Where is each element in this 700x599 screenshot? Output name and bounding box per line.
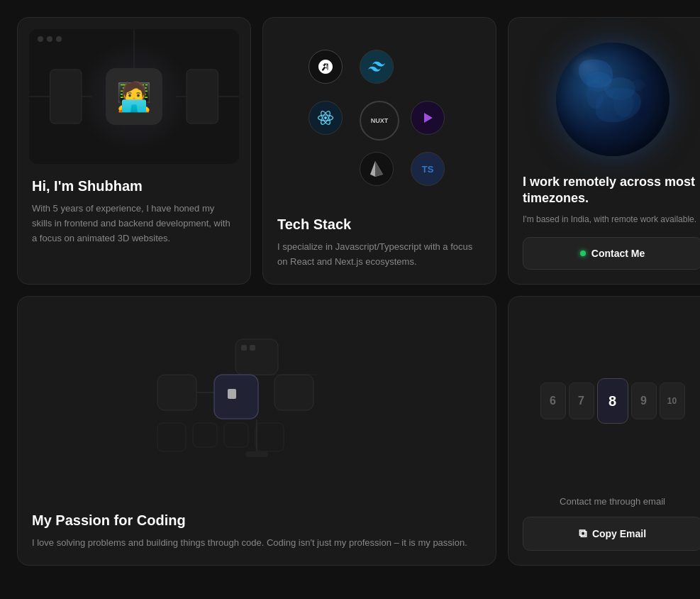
dot-green bbox=[56, 36, 62, 42]
svg-rect-23 bbox=[228, 389, 236, 399]
email-content: Contact me through email ⧉ Copy Email bbox=[509, 496, 700, 565]
svg-rect-27 bbox=[224, 423, 248, 447]
svg-rect-19 bbox=[241, 345, 247, 351]
tech-react bbox=[309, 101, 343, 135]
intro-card: 🧑‍💻 Hi, I'm Shubham With 5 years of expe… bbox=[17, 17, 251, 285]
contact-me-button[interactable]: Contact Me bbox=[523, 237, 700, 270]
avatar: 🧑‍💻 bbox=[106, 68, 162, 125]
code-blocks-area bbox=[18, 297, 496, 498]
number-wheel: 6 7 8 9 10 bbox=[509, 297, 700, 496]
tech-content: Tech Stack I specialize in Javascript/Ty… bbox=[263, 216, 496, 284]
num-slot-8-center: 8 bbox=[597, 378, 628, 424]
svg-rect-21 bbox=[157, 375, 196, 410]
passion-visual bbox=[39, 318, 474, 474]
avatar-area: 🧑‍💻 bbox=[29, 29, 239, 164]
globe-title: I work remotely across most timezones. bbox=[523, 174, 700, 207]
email-card: 6 7 8 9 10 Contact me through email ⧉ Co… bbox=[508, 296, 700, 566]
svg-point-14 bbox=[630, 79, 645, 91]
num-slot-10: 10 bbox=[660, 383, 685, 419]
tech-grid: NUXT TS bbox=[309, 50, 450, 192]
passion-card: My Passion for Coding I love solving pro… bbox=[17, 296, 496, 566]
tech-nuxt: NUXT bbox=[360, 101, 399, 141]
intro-title: Hi, I'm Shubham bbox=[32, 178, 236, 194]
globe-card: I work remotely across most timezones. I… bbox=[508, 17, 700, 285]
tech-tailwind bbox=[360, 50, 394, 84]
svg-rect-4 bbox=[187, 70, 218, 123]
tech-card: NUXT TS Tech Stack I specialize in Javas… bbox=[262, 17, 496, 285]
tech-typescript: TS bbox=[411, 152, 445, 186]
copy-email-button[interactable]: ⧉ Copy Email bbox=[523, 517, 700, 551]
svg-rect-28 bbox=[255, 423, 284, 451]
contact-me-label: Contact Me bbox=[591, 248, 645, 259]
tech-motion bbox=[411, 101, 445, 135]
browser-dots bbox=[38, 36, 62, 42]
globe-svg bbox=[556, 43, 670, 156]
num-slot-9: 9 bbox=[631, 383, 657, 419]
svg-point-13 bbox=[613, 89, 633, 117]
svg-rect-25 bbox=[157, 423, 186, 451]
intro-description: With 5 years of experience, I have honed… bbox=[32, 202, 236, 246]
globe-description: I'm based in India, with remote work ava… bbox=[523, 213, 700, 226]
tech-title: Tech Stack bbox=[277, 216, 482, 233]
svg-rect-26 bbox=[193, 423, 217, 447]
tech-prisma bbox=[360, 152, 394, 186]
intro-content: Hi, I'm Shubham With 5 years of experien… bbox=[18, 164, 250, 260]
passion-content: My Passion for Coding I love solving pro… bbox=[18, 498, 496, 565]
dot-red bbox=[38, 36, 43, 42]
num-slot-7: 7 bbox=[569, 383, 594, 419]
email-description: Contact me through email bbox=[523, 496, 700, 507]
passion-title: My Passion for Coding bbox=[32, 512, 482, 529]
svg-point-12 bbox=[604, 77, 635, 100]
globe-area bbox=[509, 18, 700, 174]
svg-marker-9 bbox=[424, 113, 433, 123]
tech-nextjs bbox=[309, 50, 343, 84]
copy-email-label: Copy Email bbox=[592, 528, 646, 539]
svg-point-8 bbox=[324, 116, 327, 119]
globe bbox=[556, 43, 670, 156]
online-indicator bbox=[580, 251, 586, 256]
globe-content: I work remotely across most timezones. I… bbox=[509, 174, 700, 284]
copy-icon: ⧉ bbox=[579, 527, 587, 540]
svg-rect-24 bbox=[274, 375, 313, 410]
svg-rect-30 bbox=[245, 451, 268, 457]
tech-icons-area: NUXT TS bbox=[263, 18, 496, 216]
tech-description: I specialize in Javascript/Typescript wi… bbox=[277, 240, 482, 270]
svg-rect-18 bbox=[235, 339, 278, 375]
dot-yellow bbox=[47, 36, 52, 42]
passion-description: I love solving problems and building thi… bbox=[32, 536, 482, 551]
num-slot-6: 6 bbox=[540, 383, 566, 419]
svg-rect-20 bbox=[250, 345, 255, 351]
svg-point-11 bbox=[587, 83, 604, 109]
